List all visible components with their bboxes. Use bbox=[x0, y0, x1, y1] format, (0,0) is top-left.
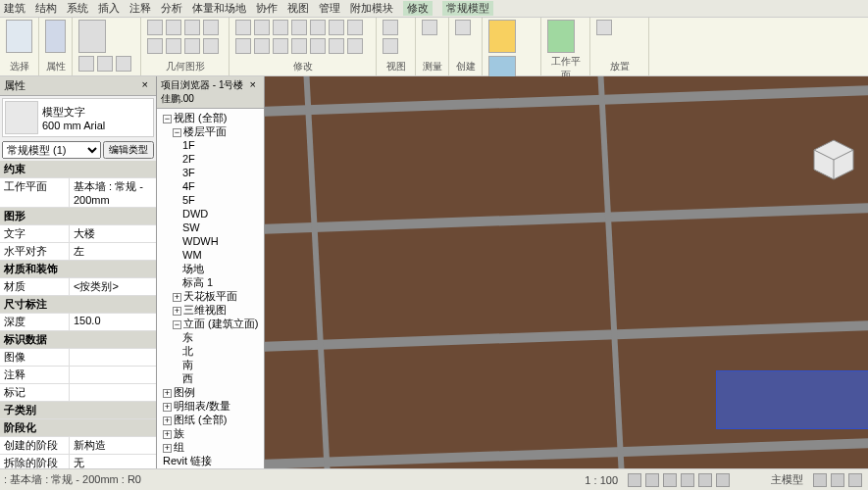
join-icon[interactable] bbox=[116, 56, 131, 72]
align-icon[interactable] bbox=[235, 38, 251, 54]
tree-toggle-icon[interactable]: + bbox=[163, 403, 172, 412]
delete-icon[interactable] bbox=[291, 38, 307, 54]
tree-item[interactable]: +明细表/数量 bbox=[159, 399, 262, 413]
tree-item[interactable]: +图纸 (全部) bbox=[159, 413, 262, 426]
tree-item[interactable]: Revit 链接 bbox=[159, 454, 262, 467]
prop-value[interactable] bbox=[69, 367, 156, 383]
tree-item[interactable]: DWD bbox=[159, 207, 262, 220]
tree-item[interactable]: 标高 1 bbox=[159, 275, 262, 289]
prop-group[interactable]: 约束 bbox=[0, 161, 156, 178]
type-preview[interactable]: 模型文字 600 mm Arial bbox=[2, 98, 154, 137]
tree-toggle-icon[interactable]: + bbox=[163, 416, 172, 425]
tree-toggle-icon[interactable]: + bbox=[173, 293, 181, 302]
menu-arch[interactable]: 建筑 bbox=[4, 1, 26, 16]
modify-icon[interactable] bbox=[6, 20, 32, 53]
prop-row[interactable]: 创建的阶段新构造 bbox=[0, 437, 156, 455]
prop-value[interactable]: <按类别> bbox=[69, 278, 156, 295]
prop-value[interactable] bbox=[69, 349, 156, 366]
move-icon[interactable] bbox=[235, 20, 251, 35]
menu-massing[interactable]: 体量和场地 bbox=[192, 1, 246, 16]
pick-new-icon[interactable] bbox=[547, 20, 575, 53]
tree-item[interactable]: 5F bbox=[159, 193, 262, 207]
tree-item[interactable]: +三维视图 bbox=[159, 303, 262, 317]
geom-icon[interactable] bbox=[203, 38, 219, 54]
geom-icon[interactable] bbox=[166, 38, 181, 54]
menu-view[interactable]: 视图 bbox=[287, 1, 309, 16]
view-icon[interactable] bbox=[383, 38, 398, 54]
viewport-3d[interactable] bbox=[265, 76, 868, 468]
prop-value[interactable]: 左 bbox=[69, 243, 156, 260]
tree-toggle-icon[interactable]: − bbox=[173, 320, 181, 329]
tree-item[interactable]: −立面 (建筑立面) bbox=[159, 317, 262, 330]
geom-icon[interactable] bbox=[184, 38, 200, 54]
prop-group[interactable]: 尺寸标注 bbox=[0, 296, 156, 314]
paste-icon[interactable] bbox=[78, 20, 106, 53]
prop-group[interactable]: 材质和装饰 bbox=[0, 261, 156, 278]
tree-item[interactable]: 南 bbox=[159, 358, 262, 371]
prop-group[interactable]: 阶段化 bbox=[0, 419, 156, 437]
tree-item[interactable]: 东 bbox=[159, 330, 262, 344]
geom-icon[interactable] bbox=[147, 38, 163, 54]
prop-value[interactable]: 新构造 bbox=[69, 437, 156, 454]
measure-icon[interactable] bbox=[422, 20, 437, 35]
menu-collab[interactable]: 协作 bbox=[256, 1, 278, 16]
prop-value[interactable]: 大楼 bbox=[69, 225, 156, 242]
viewcube[interactable] bbox=[809, 135, 858, 184]
close-icon[interactable]: × bbox=[138, 78, 152, 93]
prop-row[interactable]: 文字大楼 bbox=[0, 225, 156, 243]
offset-icon[interactable] bbox=[254, 38, 270, 54]
tree-toggle-icon[interactable]: − bbox=[173, 128, 181, 137]
geom-icon[interactable] bbox=[147, 20, 163, 35]
filter-icon[interactable] bbox=[813, 473, 827, 487]
menu-manage[interactable]: 管理 bbox=[319, 1, 340, 16]
prop-group[interactable]: 子类别 bbox=[0, 402, 156, 419]
tree-item[interactable]: −视图 (全部) bbox=[159, 111, 262, 124]
edit-text-icon[interactable] bbox=[488, 20, 516, 53]
prop-row[interactable]: 水平对齐左 bbox=[0, 243, 156, 261]
view-icon[interactable] bbox=[383, 20, 398, 35]
array-icon[interactable] bbox=[329, 20, 344, 35]
shadow-icon[interactable] bbox=[681, 473, 694, 487]
tree-item[interactable]: 西 bbox=[159, 371, 262, 385]
tree-item[interactable]: SW bbox=[159, 220, 262, 234]
geom-icon[interactable] bbox=[166, 20, 181, 35]
cut-icon[interactable] bbox=[78, 56, 94, 72]
tree-toggle-icon[interactable]: + bbox=[163, 389, 172, 398]
tree-item[interactable]: −楼层平面 bbox=[159, 124, 262, 138]
prop-value[interactable]: 基本墙 : 常规 - 200mm bbox=[69, 178, 156, 207]
tree-item[interactable]: +族 bbox=[159, 426, 262, 440]
menu-insert[interactable]: 插入 bbox=[98, 1, 120, 16]
menu-annotate[interactable]: 注释 bbox=[129, 1, 151, 16]
geom-icon[interactable] bbox=[203, 20, 219, 35]
prop-value[interactable] bbox=[69, 384, 156, 401]
tree-toggle-icon[interactable]: + bbox=[173, 307, 181, 316]
prop-row[interactable]: 工作平面基本墙 : 常规 - 200mm bbox=[0, 178, 156, 208]
tree-item[interactable]: 4F bbox=[159, 179, 262, 193]
tree-toggle-icon[interactable]: + bbox=[163, 444, 172, 453]
close-icon[interactable]: × bbox=[246, 78, 260, 106]
mirror-icon[interactable] bbox=[273, 20, 288, 35]
tree-item[interactable]: 3F bbox=[159, 166, 262, 179]
prop-group[interactable]: 图形 bbox=[0, 208, 156, 225]
group-icon[interactable] bbox=[310, 38, 326, 54]
prop-group[interactable]: 标识数据 bbox=[0, 331, 156, 349]
tree-item[interactable]: +图例 bbox=[159, 385, 262, 399]
prop-row[interactable]: 标记 bbox=[0, 384, 156, 402]
visual-style-icon[interactable] bbox=[645, 473, 659, 487]
menu-analyze[interactable]: 分析 bbox=[161, 1, 182, 16]
tree-item[interactable]: 2F bbox=[159, 152, 262, 166]
menu-struct[interactable]: 结构 bbox=[35, 1, 57, 16]
prop-row[interactable]: 深度150.0 bbox=[0, 314, 156, 331]
tree-item[interactable]: 1F bbox=[159, 138, 262, 152]
menu-sys[interactable]: 系统 bbox=[67, 1, 88, 16]
menu-generic[interactable]: 常规模型 bbox=[442, 1, 493, 16]
trim-icon[interactable] bbox=[291, 20, 307, 35]
menu-modify[interactable]: 修改 bbox=[403, 1, 433, 16]
pin-icon[interactable] bbox=[273, 38, 288, 54]
prop-row[interactable]: 图像 bbox=[0, 349, 156, 367]
selected-model-text[interactable] bbox=[716, 370, 868, 429]
show-icon[interactable] bbox=[596, 20, 612, 35]
geom-icon[interactable] bbox=[184, 20, 200, 35]
model-name[interactable]: 主模型 bbox=[771, 472, 803, 487]
copy-icon[interactable] bbox=[97, 56, 113, 72]
